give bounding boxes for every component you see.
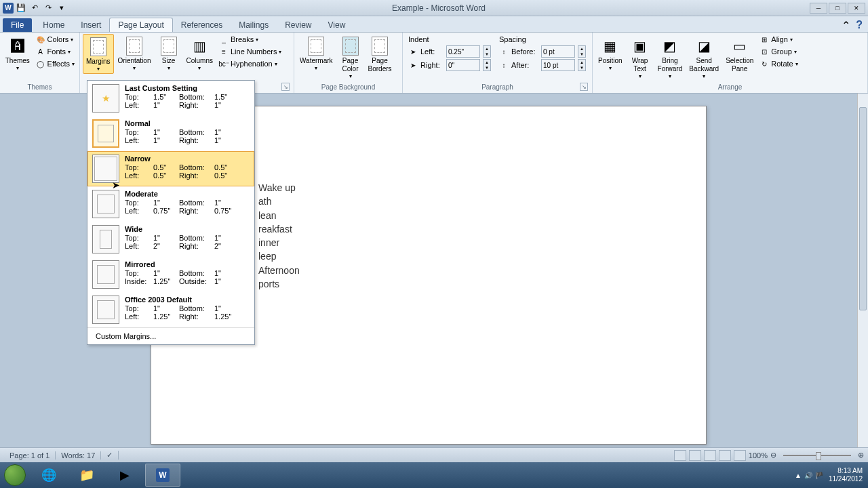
margin-option-moderate[interactable]: Moderate Top:1"Bottom:1" Left:0.75"Right…	[87, 186, 254, 222]
send-backward-button[interactable]: ◪Send Backward▾	[686, 34, 722, 81]
group-icon: ⊡	[760, 47, 769, 56]
indent-right-input[interactable]: 0"	[446, 59, 480, 71]
indent-left-spinner[interactable]: ▲▼	[483, 45, 491, 58]
colors-button[interactable]: 🎨Colors▾	[34, 34, 77, 45]
taskbar-clock[interactable]: 8:13 AM11/24/2012	[829, 467, 863, 483]
margin-preview-icon	[92, 119, 119, 148]
help-icon[interactable]: ?	[856, 19, 863, 32]
margin-option-last-custom-setting[interactable]: Last Custom Setting Top:1.5"Bottom:1.5" …	[87, 81, 254, 116]
tab-page-layout[interactable]: Page Layout	[109, 18, 172, 32]
qa-customize[interactable]: ▾	[56, 2, 68, 14]
page-setup-launcher[interactable]: ↘	[281, 83, 290, 91]
tab-view[interactable]: View	[320, 18, 354, 32]
explorer-taskbar-icon[interactable]: 📁	[69, 464, 104, 487]
ie-taskbar-icon[interactable]: 🌐	[31, 464, 66, 487]
tab-insert[interactable]: Insert	[73, 18, 109, 32]
spacing-before-input[interactable]: 0 pt	[541, 45, 575, 58]
bring-forward-icon: ◩	[659, 35, 681, 57]
align-button[interactable]: ⊞Align▾	[757, 34, 800, 45]
margins-button[interactable]: Margins▾	[83, 34, 114, 74]
breaks-button[interactable]: ⎯Breaks▾	[217, 34, 283, 45]
save-button[interactable]: 💾	[15, 2, 27, 14]
zoom-in-button[interactable]: ⊕	[858, 451, 864, 460]
maximize-button[interactable]: □	[829, 3, 846, 14]
margin-preview-icon	[92, 155, 119, 183]
tab-mailings[interactable]: Mailings	[231, 18, 277, 32]
orientation-icon	[123, 35, 145, 57]
custom-margins-button[interactable]: Custom Margins...	[87, 327, 254, 344]
margin-option-wide[interactable]: Wide Top:1"Bottom:1" Left:2"Right:2"	[87, 222, 254, 257]
paragraph-launcher[interactable]: ↘	[580, 83, 588, 91]
start-button[interactable]	[0, 462, 30, 488]
ribbon-tabs: File Home Insert Page Layout References …	[0, 16, 868, 33]
spell-check-icon[interactable]: ✓	[101, 451, 119, 460]
columns-icon: ▥	[189, 35, 210, 57]
selection-pane-icon: ▭	[729, 35, 751, 57]
spacing-label: Spacing	[499, 35, 586, 43]
media-taskbar-icon[interactable]: ▶	[107, 464, 142, 487]
size-button[interactable]: Size▾	[155, 34, 182, 73]
selection-pane-button[interactable]: ▭Selection Pane	[723, 34, 756, 75]
minimize-button[interactable]: ─	[810, 3, 827, 14]
vertical-scrollbar[interactable]	[857, 94, 868, 468]
themes-button[interactable]: 🅰 Themes ▾	[3, 34, 33, 73]
watermark-button[interactable]: Watermark▾	[297, 34, 336, 73]
align-icon: ⊞	[760, 35, 769, 44]
tab-references[interactable]: References	[173, 18, 231, 32]
redo-button[interactable]: ↷	[42, 2, 54, 14]
position-icon: ▦	[599, 35, 621, 57]
page-color-button[interactable]: Page Color▾	[337, 34, 364, 81]
fonts-icon: A	[36, 47, 45, 56]
margin-option-mirrored[interactable]: Mirrored Top:1"Bottom:1" Inside:1.25"Out…	[87, 257, 254, 292]
document-text: Wake upathleanreakfastinnerleepAfternoon…	[258, 181, 300, 291]
page-status[interactable]: Page: 1 of 1	[4, 451, 56, 460]
tab-home[interactable]: Home	[35, 18, 73, 32]
web-layout-view[interactable]	[704, 450, 716, 461]
margin-option-office-2003-default[interactable]: Office 2003 Default Top:1"Bottom:1" Left…	[87, 292, 254, 327]
zoom-level[interactable]: 100%	[749, 451, 768, 460]
bring-forward-button[interactable]: ◩Bring Forward▾	[655, 34, 686, 81]
close-button[interactable]: ✕	[848, 3, 865, 14]
orientation-button[interactable]: Orientation▾	[115, 34, 154, 73]
tab-file[interactable]: File	[3, 18, 32, 32]
rotate-button[interactable]: ↻Rotate▾	[757, 58, 800, 69]
scrollbar-thumb[interactable]	[859, 107, 867, 310]
print-layout-view[interactable]	[674, 450, 686, 461]
margin-option-normal[interactable]: Normal Top:1"Bottom:1" Left:1"Right:1"	[87, 116, 254, 151]
zoom-slider[interactable]	[783, 455, 851, 456]
minimize-ribbon-icon[interactable]: ⌃	[842, 19, 850, 32]
spacing-before-spinner[interactable]: ▲▼	[578, 45, 586, 58]
hyphenation-button[interactable]: bc⁻Hyphenation▾	[217, 58, 283, 69]
arrange-label: Arrange	[595, 83, 865, 92]
word-taskbar-icon[interactable]: W	[145, 464, 180, 487]
colors-icon: 🎨	[36, 35, 45, 44]
position-button[interactable]: ▦Position▾	[595, 34, 625, 73]
line-numbers-icon: ≡	[219, 47, 229, 56]
fonts-button[interactable]: AFonts▾	[34, 46, 77, 57]
line-numbers-button[interactable]: ≡Line Numbers▾	[217, 46, 283, 57]
hyphenation-icon: bc⁻	[219, 59, 229, 68]
tray-icons[interactable]: ▲🔊🏴	[795, 472, 823, 479]
indent-left-input[interactable]: 0.25"	[446, 45, 480, 58]
full-screen-view[interactable]	[689, 450, 701, 461]
effects-button[interactable]: ◯Effects▾	[34, 58, 77, 69]
spacing-after-spinner[interactable]: ▲▼	[578, 59, 586, 71]
draft-view[interactable]	[734, 450, 746, 461]
undo-button[interactable]: ↶	[28, 2, 41, 14]
wrap-text-button[interactable]: ▣Wrap Text▾	[627, 34, 654, 81]
effects-icon: ◯	[36, 59, 45, 68]
outline-view[interactable]	[719, 450, 731, 461]
page-borders-button[interactable]: Page Borders	[366, 34, 395, 75]
columns-button[interactable]: ▥ Columns▾	[184, 34, 216, 73]
page-borders-icon	[369, 35, 391, 57]
group-button[interactable]: ⊡Group▾	[757, 46, 800, 57]
zoom-out-button[interactable]: ⊖	[770, 451, 776, 460]
spacing-after-input[interactable]: 10 pt	[541, 59, 575, 71]
tab-review[interactable]: Review	[277, 18, 319, 32]
cursor-icon: ➤	[112, 180, 120, 190]
words-status[interactable]: Words: 17	[56, 451, 101, 460]
indent-right-spinner[interactable]: ▲▼	[483, 59, 491, 71]
margin-preview-icon	[92, 190, 119, 218]
size-icon	[158, 35, 180, 57]
page-bg-label: Page Background	[297, 83, 399, 92]
